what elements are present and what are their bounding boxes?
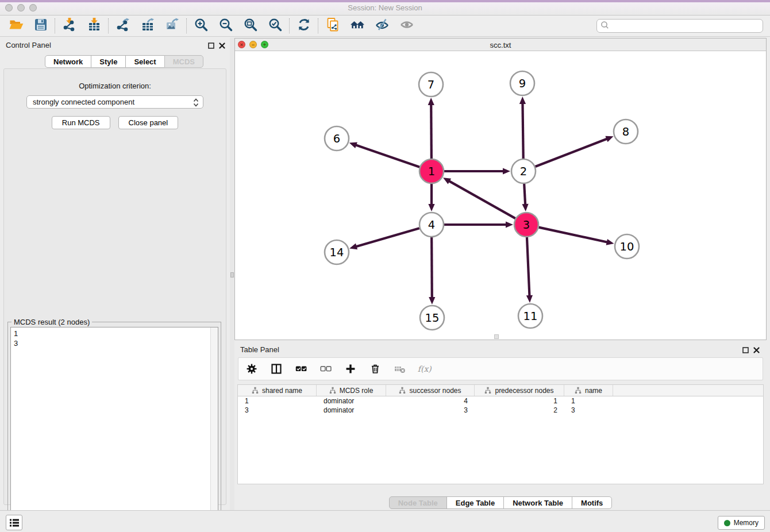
close-panel-icon[interactable] — [753, 345, 760, 356]
graph-node-label-4: 4 — [428, 218, 435, 232]
delete-column-button[interactable] — [368, 362, 383, 376]
search-input[interactable] — [610, 21, 763, 30]
float-panel-icon[interactable] — [208, 41, 214, 51]
graph-node-label-9: 9 — [519, 77, 526, 90]
toolbar-separator — [318, 18, 318, 33]
edge-arrow-2-9 — [519, 97, 526, 104]
table-row[interactable]: 1dominator411 — [238, 396, 763, 406]
run-mcds-button[interactable]: Run MCDS — [52, 116, 110, 129]
criterion-select[interactable]: strongly connected component — [26, 95, 203, 109]
zoom-selected-button[interactable] — [263, 17, 287, 35]
import-table-button[interactable] — [82, 17, 106, 35]
result-scrollbar[interactable] — [210, 327, 218, 532]
memory-button[interactable]: Memory — [718, 516, 765, 530]
edge-1-6[interactable] — [355, 145, 419, 167]
select-all-checkboxes-button[interactable] — [294, 362, 309, 376]
edge-3-1[interactable] — [449, 181, 515, 219]
toggle-panes-button[interactable] — [269, 362, 284, 376]
control-tab-mcds[interactable]: MCDS — [164, 55, 203, 68]
table-cell[interactable]: dominator — [317, 406, 386, 415]
table-cell[interactable]: 3 — [386, 406, 475, 415]
first-neighbors-button[interactable] — [345, 17, 369, 35]
network-window-titlebar[interactable]: × − + scc.txt — [235, 38, 766, 51]
graph-node-label-3: 3 — [523, 218, 530, 232]
deselect-all-checkboxes-button[interactable] — [318, 362, 333, 376]
criterion-selected-value: strongly connected component — [33, 98, 134, 106]
zoom-in-button[interactable] — [188, 17, 213, 35]
task-history-button[interactable] — [6, 515, 22, 530]
graph-node-label-15: 15 — [425, 311, 440, 325]
export-table-button[interactable] — [135, 17, 160, 35]
control-tab-style[interactable]: Style — [91, 55, 126, 68]
add-column-button[interactable] — [343, 362, 358, 376]
mcds-result-textarea[interactable]: 13 — [10, 327, 218, 532]
column-header-predecessor-nodes[interactable]: predecessor nodes — [475, 385, 564, 396]
import-network-button[interactable] — [57, 17, 82, 35]
toolbar-separator — [108, 18, 109, 33]
edge-2-3[interactable] — [524, 184, 525, 205]
open-file-button[interactable] — [3, 17, 28, 35]
edge-3-10[interactable] — [538, 228, 607, 242]
column-header-shared-name[interactable]: shared name — [238, 385, 317, 396]
table-tab-motifs[interactable]: Motifs — [572, 496, 612, 509]
edge-1-7[interactable] — [431, 104, 432, 159]
vertical-splitter[interactable] — [230, 37, 234, 510]
float-panel-icon[interactable] — [742, 345, 749, 356]
table-cell[interactable]: 3 — [564, 406, 613, 415]
table-cell[interactable]: dominator — [317, 396, 386, 406]
table-row[interactable]: 3dominator323 — [238, 406, 763, 415]
control-tab-select[interactable]: Select — [125, 55, 164, 68]
zoom-fit-button[interactable] — [238, 17, 263, 35]
column-header-successor-nodes[interactable]: successor nodes — [386, 385, 475, 396]
graph-node-label-8: 8 — [622, 125, 629, 138]
close-panel-button[interactable]: Close panel — [118, 116, 179, 129]
table-cell[interactable]: 3 — [238, 406, 317, 415]
table-cell[interactable]: 2 — [475, 406, 564, 415]
search-field[interactable] — [596, 19, 763, 33]
control-panel-tabs: NetworkStyleSelectMCDS — [45, 55, 203, 68]
table-cell[interactable]: 1 — [475, 396, 564, 406]
control-tab-network[interactable]: Network — [45, 55, 91, 68]
refresh-button[interactable] — [291, 17, 316, 35]
show-graphics-details-button[interactable] — [394, 17, 419, 35]
graph-node-label-1: 1 — [428, 165, 435, 178]
column-type-icon — [329, 387, 336, 394]
edge-2-8[interactable] — [536, 138, 608, 167]
table-tab-edge-table[interactable]: Edge Table — [446, 496, 504, 509]
splitter-grip[interactable] — [230, 272, 234, 277]
new-network-from-selection-button[interactable] — [320, 17, 345, 35]
chevron-up-down-icon — [191, 98, 201, 109]
canvas-scroll-grip[interactable] — [494, 334, 499, 339]
zoom-fit-icon — [243, 17, 258, 34]
column-header-MCDS-role[interactable]: MCDS role — [317, 385, 386, 396]
export-image-button[interactable] — [160, 17, 184, 35]
close-panel-icon[interactable] — [219, 41, 225, 51]
memory-label: Memory — [734, 519, 759, 527]
table-tab-network-table[interactable]: Network Table — [503, 496, 572, 509]
column-header-name[interactable]: name — [564, 385, 613, 396]
table-tabs: Node TableEdge TableNetwork TableMotifs — [234, 496, 767, 509]
graph-node-label-7: 7 — [428, 78, 434, 91]
edge-4-15[interactable] — [432, 237, 432, 298]
table-tab-node-table[interactable]: Node Table — [389, 496, 447, 509]
edge-4-14[interactable] — [356, 228, 419, 246]
save-session-button[interactable] — [28, 17, 53, 35]
export-network-button[interactable] — [110, 17, 135, 35]
table-cell[interactable]: 1 — [238, 396, 317, 406]
table-panel-header: Table Panel — [234, 342, 767, 357]
table-cell[interactable]: 4 — [386, 396, 475, 406]
edge-arrow-1-2 — [503, 168, 510, 174]
open-file-icon — [9, 17, 24, 34]
graph-node-label-6: 6 — [333, 132, 340, 145]
memory-status-dot — [724, 520, 730, 526]
edge-arrow-3-11 — [526, 295, 533, 303]
network-canvas[interactable]: 7968124314101511 — [235, 51, 766, 340]
zoom-out-button[interactable] — [213, 17, 238, 35]
titlebar-accent-strip — [0, 0, 770, 2]
hide-graphics-details-button[interactable] — [369, 17, 394, 35]
table-cell[interactable]: 1 — [564, 396, 613, 406]
network-graph[interactable]: 7968124314101511 — [235, 51, 766, 340]
edge-3-11[interactable] — [527, 237, 530, 296]
table-settings-button[interactable] — [244, 362, 259, 376]
edge-2-9[interactable] — [522, 103, 523, 159]
